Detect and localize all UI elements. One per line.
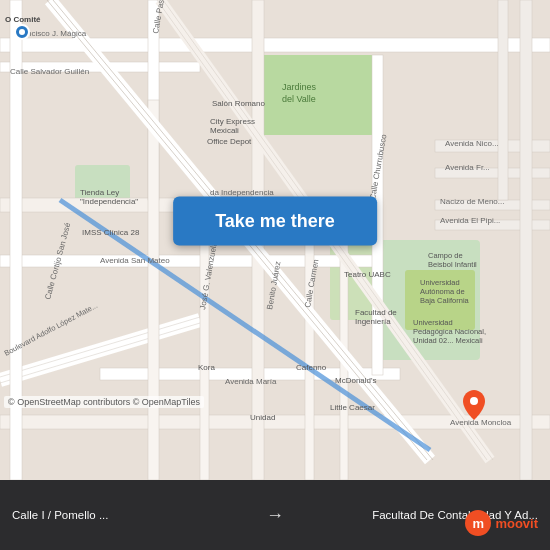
svg-text:Tienda Ley: Tienda Ley xyxy=(80,188,119,197)
svg-text:Cafenno: Cafenno xyxy=(296,363,327,372)
moovit-brand-text: moovit xyxy=(495,516,538,531)
svg-text:Facultad de: Facultad de xyxy=(355,308,397,317)
svg-text:Avenida Nico...: Avenida Nico... xyxy=(445,139,499,148)
svg-text:Universidad: Universidad xyxy=(413,318,453,327)
svg-text:Campo de: Campo de xyxy=(428,251,463,260)
svg-text:Avenida El Pipi...: Avenida El Pipi... xyxy=(440,216,500,225)
svg-text:Ingeniería: Ingeniería xyxy=(355,317,391,326)
svg-rect-25 xyxy=(520,0,532,480)
svg-text:Kora: Kora xyxy=(198,363,215,372)
svg-text:Pedagógica Nacional,: Pedagógica Nacional, xyxy=(413,327,486,336)
svg-text:Mexicali: Mexicali xyxy=(210,126,239,135)
svg-text:McDonald's: McDonald's xyxy=(335,376,377,385)
svg-text:Nacizo de Meno...: Nacizo de Meno... xyxy=(440,197,504,206)
svg-text:Beisbol Infantil: Beisbol Infantil xyxy=(428,260,477,269)
moovit-icon: m xyxy=(465,510,491,536)
bottom-bar: Calle I / Pomello ... → Facultad De Cont… xyxy=(0,480,550,550)
svg-text:Salón Romano: Salón Romano xyxy=(212,99,265,108)
svg-text:Office Depot: Office Depot xyxy=(207,137,252,146)
svg-text:Unidad: Unidad xyxy=(250,413,275,422)
svg-text:Unidad 02... Mexicali: Unidad 02... Mexicali xyxy=(413,336,483,345)
svg-text:Avenida Fr...: Avenida Fr... xyxy=(445,163,490,172)
svg-text:Avenida María: Avenida María xyxy=(225,377,277,386)
svg-text:del Valle: del Valle xyxy=(282,94,316,104)
svg-rect-27 xyxy=(148,100,159,480)
map-attribution: © OpenStreetMap contributors © OpenMapTi… xyxy=(4,396,204,408)
svg-text:Teatro UABC: Teatro UABC xyxy=(344,270,391,279)
origin-text: Calle I / Pomello ... xyxy=(12,508,258,523)
svg-text:Baja California: Baja California xyxy=(420,296,470,305)
moovit-logo: m moovit xyxy=(465,510,538,536)
map-container: Jardines del Valle xyxy=(0,0,550,480)
direction-arrow: → xyxy=(266,505,284,526)
svg-text:Universidad: Universidad xyxy=(420,278,460,287)
take-me-there-button[interactable]: Take me there xyxy=(173,196,377,245)
svg-text:Avenida Moncloa: Avenida Moncloa xyxy=(450,418,512,427)
svg-text:Calle Salvador Guillén: Calle Salvador Guillén xyxy=(10,67,89,76)
svg-text:City Express: City Express xyxy=(210,117,255,126)
svg-rect-26 xyxy=(498,0,508,200)
svg-point-80 xyxy=(19,29,25,35)
svg-text:Little Caesar: Little Caesar xyxy=(330,403,375,412)
svg-text:Avenida San Mateo: Avenida San Mateo xyxy=(100,256,170,265)
svg-text:Autónoma de: Autónoma de xyxy=(420,287,465,296)
svg-text:Jardines: Jardines xyxy=(282,82,317,92)
svg-point-82 xyxy=(470,397,478,405)
svg-text:IMSS Clínica 28: IMSS Clínica 28 xyxy=(82,228,140,237)
svg-text:O Comité: O Comité xyxy=(5,15,41,24)
svg-text:"Independencia": "Independencia" xyxy=(80,197,138,206)
